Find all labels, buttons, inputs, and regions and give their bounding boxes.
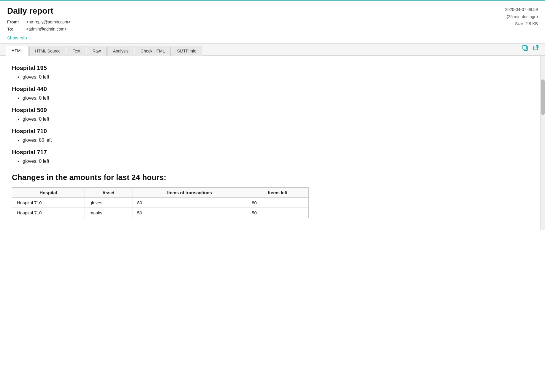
- from-row: From: <no-reply@admin.com>: [7, 19, 538, 26]
- email-size: Size: 2.9 KB: [505, 20, 538, 28]
- hospital-509-list: gloves: 0 left: [12, 117, 528, 122]
- changes-heading: Changes in the amounts for last 24 hours…: [12, 173, 528, 182]
- table-cell-transactions-2: 50: [132, 208, 247, 218]
- hospital-section-195: Hospital 195 gloves: 0 left: [12, 65, 528, 80]
- hospital-717-item-0: gloves: 0 left: [23, 159, 528, 164]
- tab-html-source[interactable]: HTML Source: [29, 46, 66, 56]
- hospital-440-name: Hospital 440: [12, 86, 528, 93]
- from-value: <no-reply@admin.com>: [26, 20, 71, 24]
- hospital-section-717: Hospital 717 gloves: 0 left: [12, 149, 528, 164]
- tab-smtp-info[interactable]: SMTP info: [172, 46, 202, 56]
- tabs-bar: HTML HTML Source Text Raw Analysis Check…: [0, 44, 545, 56]
- table-row: Hospital 710 masks 50 50: [12, 208, 309, 218]
- to-row: To: <admin@admin.com>: [7, 26, 538, 33]
- col-hospital: Hospital: [12, 187, 85, 197]
- hospital-195-list: gloves: 0 left: [12, 74, 528, 80]
- table-cell-asset-1: gloves: [85, 197, 132, 208]
- changes-table: Hospital Asset Items of transactions Ite…: [12, 187, 309, 218]
- hospital-section-710: Hospital 710 gloves: 80 left: [12, 128, 528, 143]
- hospital-195-item-0: gloves: 0 left: [23, 74, 528, 80]
- email-content: Hospital 195 gloves: 0 left Hospital 440…: [0, 56, 540, 230]
- tab-icons: [521, 44, 540, 53]
- tab-check-html[interactable]: Check HTML: [135, 46, 171, 56]
- tab-raw[interactable]: Raw: [87, 46, 107, 56]
- from-label: From:: [7, 19, 25, 26]
- show-info-link[interactable]: Show Info: [7, 35, 27, 40]
- col-items-left: Items left: [247, 187, 309, 197]
- scrollbar-thumb[interactable]: [541, 79, 545, 115]
- hospital-710-item-0: gloves: 80 left: [23, 138, 528, 143]
- copy-icon[interactable]: [521, 44, 529, 53]
- table-cell-transactions-1: 80: [132, 197, 247, 208]
- email-title: Daily report: [7, 6, 538, 16]
- scrollbar[interactable]: [540, 56, 545, 230]
- hospital-section-509: Hospital 509 gloves: 0 left: [12, 107, 528, 122]
- table-cell-left-2: 50: [247, 208, 309, 218]
- hospital-195-name: Hospital 195: [12, 65, 528, 71]
- to-label: To:: [7, 26, 25, 33]
- table-row: Hospital 710 gloves 80 80: [12, 197, 309, 208]
- tab-html[interactable]: HTML: [6, 46, 28, 56]
- email-date: 2020-04-07 08:59: [505, 6, 538, 13]
- email-ago: (25 minutes ago): [505, 13, 538, 20]
- to-value: <admin@admin.com>: [26, 27, 67, 31]
- table-cell-hospital-1: Hospital 710: [12, 197, 85, 208]
- svg-rect-1: [523, 45, 526, 49]
- hospital-509-name: Hospital 509: [12, 107, 528, 114]
- hospital-section-440: Hospital 440 gloves: 0 left: [12, 86, 528, 101]
- hospital-710-name: Hospital 710: [12, 128, 528, 135]
- table-cell-left-1: 80: [247, 197, 309, 208]
- table-cell-hospital-2: Hospital 710: [12, 208, 85, 218]
- email-date-info: 2020-04-07 08:59 (25 minutes ago) Size: …: [505, 6, 538, 27]
- hospital-509-item-0: gloves: 0 left: [23, 117, 528, 122]
- hospital-440-item-0: gloves: 0 left: [23, 95, 528, 101]
- email-body: Hospital 195 gloves: 0 left Hospital 440…: [0, 56, 545, 230]
- tab-analysis[interactable]: Analysis: [107, 46, 134, 56]
- col-asset: Asset: [85, 187, 132, 197]
- email-container: Daily report From: <no-reply@admin.com> …: [0, 0, 545, 392]
- hospital-717-list: gloves: 0 left: [12, 159, 528, 164]
- table-cell-asset-2: masks: [85, 208, 132, 218]
- open-external-icon[interactable]: [532, 44, 540, 53]
- col-items-transactions: Items of transactions: [132, 187, 247, 197]
- email-header: Daily report From: <no-reply@admin.com> …: [0, 1, 545, 44]
- hospital-717-name: Hospital 717: [12, 149, 528, 156]
- hospital-710-list: gloves: 80 left: [12, 138, 528, 143]
- tab-text[interactable]: Text: [67, 46, 86, 56]
- table-header-row: Hospital Asset Items of transactions Ite…: [12, 187, 309, 197]
- email-meta: From: <no-reply@admin.com> To: <admin@ad…: [7, 19, 538, 33]
- hospital-440-list: gloves: 0 left: [12, 95, 528, 101]
